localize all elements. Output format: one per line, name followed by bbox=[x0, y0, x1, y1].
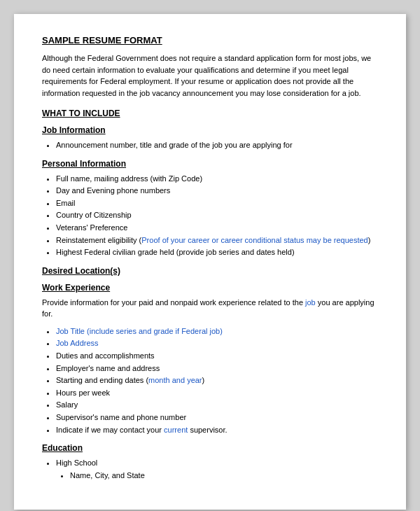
list-item: Announcement number, title and grade of … bbox=[56, 139, 378, 152]
resume-page: SAMPLE RESUME FORMAT Although the Federa… bbox=[14, 14, 406, 510]
list-item: Name, City, and State bbox=[70, 470, 378, 482]
list-item: Employer's name and address bbox=[56, 363, 378, 375]
education-section: Education High School Name, City, and St… bbox=[42, 443, 378, 482]
what-to-include-heading: WHAT TO INCLUDE bbox=[42, 108, 378, 118]
list-item: High School Name, City, and State bbox=[56, 457, 378, 482]
personal-information-heading: Personal Information bbox=[42, 159, 378, 169]
job-information-list: Announcement number, title and grade of … bbox=[56, 139, 378, 152]
list-item: Starting and ending dates (month and yea… bbox=[56, 374, 378, 387]
list-item: Country of Citizenship bbox=[56, 209, 378, 222]
work-experience-section: Work Experience Provide information for … bbox=[42, 283, 378, 436]
intro-paragraph: Although the Federal Government does not… bbox=[42, 52, 378, 99]
desired-location-section: Desired Location(s) bbox=[42, 266, 378, 276]
work-experience-heading: Work Experience bbox=[42, 283, 378, 293]
main-title: SAMPLE RESUME FORMAT bbox=[42, 35, 378, 46]
list-item: Veterans' Preference bbox=[56, 222, 378, 234]
list-item: Hours per week bbox=[56, 387, 378, 400]
job-information-section: Job Information Announcement number, tit… bbox=[42, 125, 378, 152]
list-item: Job Title (include series and grade if F… bbox=[56, 326, 378, 338]
list-item: Full name, mailing address (with Zip Cod… bbox=[56, 173, 378, 186]
list-item: Indicate if we may contact your current … bbox=[56, 424, 378, 437]
personal-information-list: Full name, mailing address (with Zip Cod… bbox=[56, 173, 378, 259]
work-experience-description: Provide information for your paid and no… bbox=[42, 297, 378, 320]
education-list: High School Name, City, and State bbox=[56, 457, 378, 482]
job-information-heading: Job Information bbox=[42, 125, 378, 135]
list-item: Supervisor's name and phone number bbox=[56, 412, 378, 424]
work-experience-list: Job Title (include series and grade if F… bbox=[56, 326, 378, 436]
desired-location-heading: Desired Location(s) bbox=[42, 266, 378, 276]
education-heading: Education bbox=[42, 443, 378, 453]
list-item: Email bbox=[56, 197, 378, 210]
list-item: Job Address bbox=[56, 337, 378, 350]
list-item: Reinstatement eligibility (Proof of your… bbox=[56, 234, 378, 247]
list-item: Day and Evening phone numbers bbox=[56, 185, 378, 197]
list-item: Salary bbox=[56, 399, 378, 412]
list-item: Duties and accomplishments bbox=[56, 350, 378, 363]
school-sub-list: Name, City, and State bbox=[70, 470, 378, 482]
personal-information-section: Personal Information Full name, mailing … bbox=[42, 159, 378, 259]
list-item: Highest Federal civilian grade held (pro… bbox=[56, 246, 378, 259]
